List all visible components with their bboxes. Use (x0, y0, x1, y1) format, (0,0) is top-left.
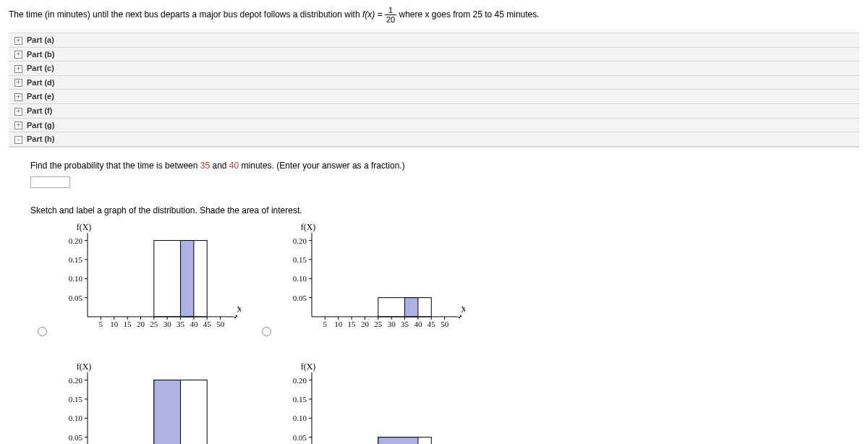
part-label: Part (b) (27, 50, 55, 59)
distribution-chart: 51015202530354045500.050.100.150.20f(X)X (277, 361, 465, 444)
parts-list: +Part (a)+Part (b)+Part (c)+Part (d)+Par… (9, 33, 859, 147)
svg-text:25: 25 (150, 320, 158, 328)
expand-icon[interactable]: + (14, 51, 22, 59)
expand-icon[interactable]: + (14, 121, 22, 129)
part-label: Part (h) (27, 135, 55, 143)
part-label: Part (c) (27, 64, 54, 72)
part-row[interactable]: +Part (g) (9, 118, 859, 132)
svg-text:0.15: 0.15 (69, 395, 83, 404)
svg-text:X: X (237, 304, 241, 315)
svg-text:f(X): f(X) (77, 362, 92, 372)
svg-text:35: 35 (401, 320, 409, 328)
svg-text:0.05: 0.05 (293, 293, 307, 302)
svg-rect-36 (405, 297, 418, 316)
svg-text:0.15: 0.15 (293, 395, 307, 404)
part-row[interactable]: -Part (h) (9, 132, 859, 147)
part-row[interactable]: +Part (e) (9, 90, 859, 104)
svg-text:0.05: 0.05 (293, 432, 307, 441)
svg-text:f(X): f(X) (301, 222, 316, 232)
fraction: 1 20 (385, 6, 396, 24)
collapse-icon[interactable]: - (14, 136, 22, 144)
svg-text:45: 45 (427, 320, 436, 328)
svg-text:0.05: 0.05 (69, 432, 83, 441)
svg-text:0.10: 0.10 (69, 414, 83, 422)
svg-text:10: 10 (334, 320, 343, 328)
svg-text:0.20: 0.20 (293, 375, 307, 384)
svg-text:0.20: 0.20 (69, 375, 83, 384)
expand-icon[interactable]: + (14, 108, 22, 116)
svg-rect-71 (154, 380, 181, 444)
svg-text:25: 25 (374, 320, 383, 328)
svg-text:40: 40 (190, 320, 198, 328)
part-h-content: Find the probability that the time is be… (9, 147, 859, 444)
svg-marker-4 (234, 315, 238, 319)
svg-rect-1 (181, 240, 194, 316)
svg-marker-39 (458, 315, 462, 319)
part-row[interactable]: +Part (a) (9, 33, 859, 48)
part-row[interactable]: +Part (b) (9, 47, 859, 61)
part-row[interactable]: +Part (c) (9, 61, 859, 76)
svg-text:20: 20 (137, 320, 145, 328)
svg-text:50: 50 (216, 320, 225, 328)
question-prompt: Find the probability that the time is be… (30, 161, 838, 171)
svg-text:20: 20 (361, 320, 370, 328)
svg-text:0.20: 0.20 (293, 236, 307, 244)
problem-statement: The time (in minutes) until the next bus… (9, 6, 859, 24)
part-label: Part (f) (27, 106, 52, 115)
svg-text:0.10: 0.10 (69, 274, 83, 283)
part-label: Part (e) (27, 92, 54, 101)
svg-text:5: 5 (99, 320, 103, 328)
chart-option: 51015202530354045500.050.100.150.20f(X)X (262, 221, 472, 339)
svg-text:f(X): f(X) (77, 222, 92, 232)
part-label: Part (g) (27, 121, 55, 129)
svg-text:35: 35 (176, 320, 185, 328)
svg-text:0.10: 0.10 (293, 274, 307, 283)
sketch-instruction: Sketch and label a graph of the distribu… (30, 205, 838, 215)
part-label: Part (a) (27, 35, 54, 44)
svg-text:15: 15 (124, 320, 132, 328)
svg-text:45: 45 (203, 320, 212, 328)
svg-text:X: X (461, 304, 465, 315)
svg-rect-106 (378, 437, 418, 444)
chart-option: 51015202530354045500.050.100.150.20f(X)X (262, 361, 472, 444)
svg-text:0.10: 0.10 (293, 414, 307, 422)
svg-text:10: 10 (110, 320, 119, 328)
expand-icon[interactable]: + (14, 65, 22, 73)
expand-icon[interactable]: + (14, 93, 22, 101)
svg-text:30: 30 (163, 320, 172, 328)
part-row[interactable]: +Part (f) (9, 103, 859, 118)
svg-text:30: 30 (388, 320, 396, 328)
svg-text:0.20: 0.20 (69, 236, 83, 244)
radio-button[interactable] (38, 327, 47, 336)
distribution-chart: 51015202530354045500.050.100.150.20f(X)X (53, 361, 241, 444)
svg-text:0.15: 0.15 (69, 255, 83, 264)
svg-text:15: 15 (348, 320, 357, 328)
chart-option: 51015202530354045500.050.100.150.20f(X)X (38, 221, 247, 339)
part-label: Part (d) (27, 78, 55, 87)
svg-text:50: 50 (441, 320, 449, 328)
svg-text:5: 5 (323, 320, 328, 328)
radio-button[interactable] (262, 327, 271, 336)
svg-text:0.05: 0.05 (69, 293, 83, 302)
fx-label: f(x) = (362, 9, 385, 20)
distribution-chart: 51015202530354045500.050.100.150.20f(X)X (53, 221, 241, 339)
expand-icon[interactable]: + (14, 37, 22, 45)
distribution-chart: 51015202530354045500.050.100.150.20f(X)X (277, 221, 465, 339)
fraction-answer-input[interactable] (30, 176, 70, 188)
chart-option: 51015202530354045500.050.100.150.20f(X)X (38, 361, 247, 444)
svg-text:f(X): f(X) (301, 362, 316, 372)
svg-text:40: 40 (414, 320, 422, 328)
part-row[interactable]: +Part (d) (9, 75, 859, 90)
expand-icon[interactable]: + (14, 79, 22, 87)
svg-text:0.15: 0.15 (293, 255, 307, 264)
